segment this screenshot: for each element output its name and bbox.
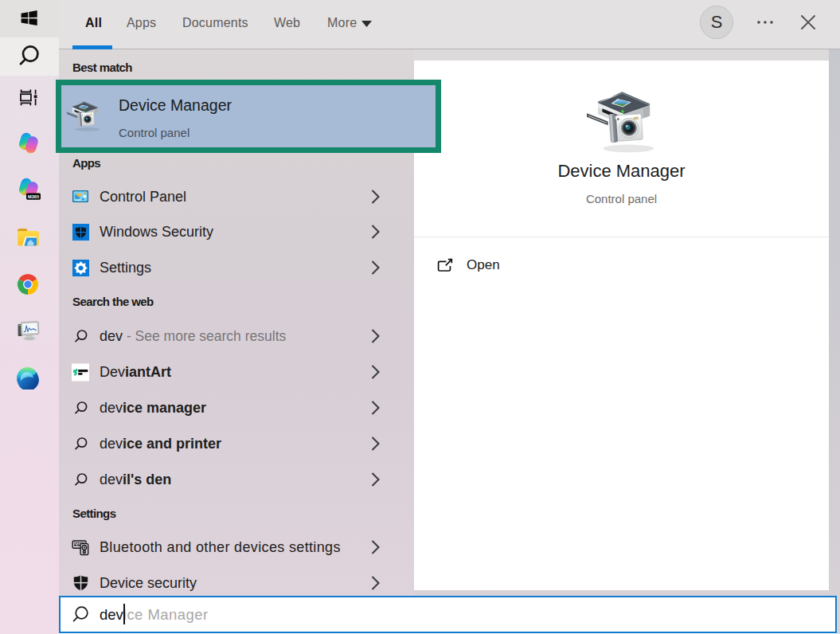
svg-text:M365: M365 (28, 194, 39, 199)
